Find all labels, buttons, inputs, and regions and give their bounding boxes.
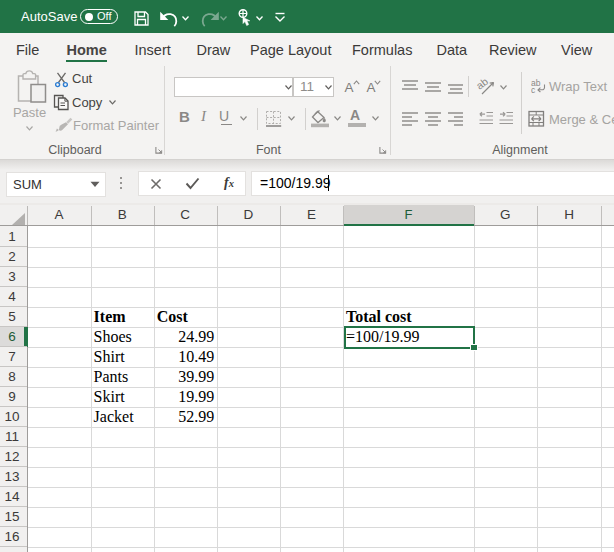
svg-text:ab: ab: [476, 77, 490, 92]
